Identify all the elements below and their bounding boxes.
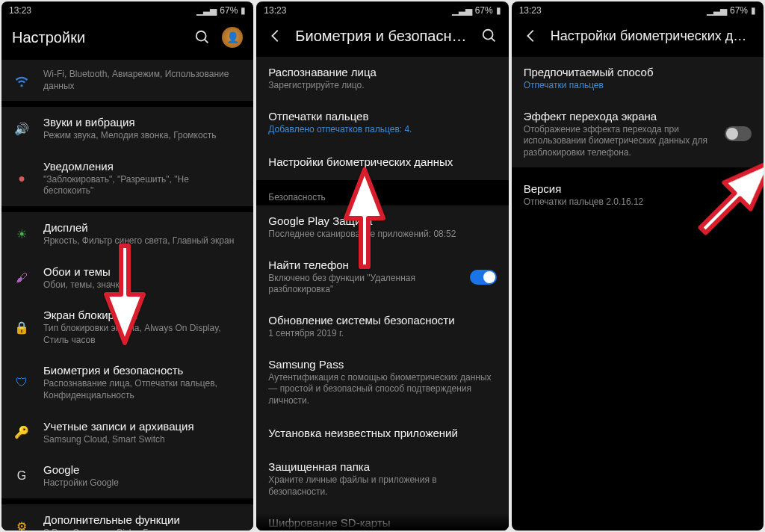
sound-icon: 🔊	[13, 122, 30, 136]
item-security-update[interactable]: Обновление системы безопасности 1 сентяб…	[256, 305, 508, 349]
settings-list[interactable]: Wi-Fi, Bluetooth, Авиарежим, Использован…	[1, 60, 253, 531]
svg-point-2	[483, 30, 492, 40]
clock: 13:23	[9, 5, 31, 16]
back-icon[interactable]	[267, 27, 285, 45]
item-sound[interactable]: 🔊 Звуки и вибрация Режим звука, Мелодия …	[1, 107, 253, 151]
key-icon: 🔑	[13, 425, 30, 439]
status-bar: 13:23 ▁▃▅ 67% ▮	[512, 1, 764, 19]
search-icon[interactable]	[480, 27, 498, 45]
clock: 13:23	[264, 5, 286, 16]
item-accounts[interactable]: 🔑 Учетные записи и архивация Samsung Clo…	[1, 411, 253, 455]
settings-list[interactable]: Предпочитаемый способ Отпечатки пальцев …	[512, 57, 764, 531]
section-header-security: Безопасность	[256, 186, 508, 205]
clock: 13:23	[519, 5, 542, 16]
settings-list[interactable]: Распознавание лица Зарегистрируйте лицо.…	[256, 57, 508, 531]
biometrics-security-screen: 13:23 ▁▃▅ 67% ▮ Биометрия и безопасность…	[256, 1, 508, 531]
gear-icon: ⚙	[13, 519, 30, 531]
signal-icon: ▁▃▅	[707, 5, 727, 16]
item-themes[interactable]: 🖌 Обои и темы Обои, темы, значки	[1, 256, 253, 300]
notification-icon: ●	[13, 172, 30, 185]
svg-line-3	[491, 38, 495, 42]
item-biometrics[interactable]: 🛡 Биометрия и безопасность Распознавание…	[1, 355, 253, 410]
page-title: Биометрия и безопасность	[295, 28, 469, 45]
item-secure-folder[interactable]: Защищенная папка Храните личные файлы и …	[256, 451, 508, 507]
battery-icon: ▮	[496, 5, 501, 16]
biometric-data-settings-screen: 13:23 ▁▃▅ 67% ▮ Настройки биометрических…	[512, 1, 764, 531]
wifi-icon	[13, 73, 30, 88]
item-version: Версия Отпечатки пальцев 2.0.16.12	[512, 173, 764, 216]
signal-icon: ▁▃▅	[196, 5, 217, 16]
item-find-phone[interactable]: Найти телефон Включено без функции "Удал…	[256, 250, 508, 305]
status-icons: ▁▃▅ 67% ▮	[452, 5, 501, 16]
search-icon[interactable]	[193, 28, 211, 46]
item-notifications[interactable]: ● Уведомления "Заблокировать", "Разрешит…	[1, 151, 253, 206]
item-connections[interactable]: Wi-Fi, Bluetooth, Авиарежим, Использован…	[1, 60, 253, 101]
item-sub: Wi-Fi, Bluetooth, Авиарежим, Использован…	[43, 69, 241, 92]
avatar[interactable]: 👤	[222, 27, 243, 48]
status-icons: ▁▃▅ 67% ▮	[707, 5, 756, 16]
page-title: Настройки биометрических данных	[551, 28, 753, 44]
item-face[interactable]: Распознавание лица Зарегистрируйте лицо.	[256, 57, 508, 101]
find-phone-toggle[interactable]	[470, 270, 497, 285]
brightness-icon: ☀	[13, 227, 30, 241]
header: Биометрия и безопасность	[256, 19, 508, 57]
google-icon: G	[13, 469, 30, 483]
item-display[interactable]: ☀ Дисплей Яркость, Фильтр синего света, …	[1, 212, 253, 256]
item-transition-effect[interactable]: Эффект перехода экрана Отображение эффек…	[512, 101, 764, 168]
svg-line-1	[205, 40, 208, 43]
item-preferred-method[interactable]: Предпочитаемый способ Отпечатки пальцев	[512, 57, 764, 101]
back-icon[interactable]	[522, 27, 540, 45]
status-icons: ▁▃▅ 67% ▮	[196, 5, 246, 16]
themes-icon: 🖌	[13, 271, 30, 285]
item-google[interactable]: G Google Настройки Google	[1, 454, 253, 498]
item-fingerprint[interactable]: Отпечатки пальцев Добавлено отпечатков п…	[256, 101, 508, 145]
page-title: Настройки	[12, 29, 183, 46]
header: Настройки биометрических данных	[512, 19, 764, 57]
lock-icon: 🔒	[13, 321, 30, 335]
item-samsung-pass[interactable]: Samsung Pass Аутентификация с помощью би…	[256, 349, 508, 416]
battery-icon: ▮	[751, 5, 756, 16]
status-bar: 13:23 ▁▃▅ 67% ▮	[256, 1, 508, 19]
shield-icon: 🛡	[13, 376, 30, 389]
status-bar: 13:23 ▁▃▅ 67% ▮	[1, 1, 253, 19]
item-biometric-settings[interactable]: Настройки биометрических данных	[256, 144, 508, 180]
header: Настройки 👤	[1, 19, 253, 60]
battery-icon: ▮	[241, 5, 246, 16]
signal-icon: ▁▃▅	[452, 5, 472, 16]
transition-effect-toggle[interactable]	[725, 126, 752, 141]
item-advanced[interactable]: ⚙ Дополнительные функции S Pen, Сценарии…	[1, 504, 253, 531]
svg-point-0	[196, 31, 206, 41]
item-lockscreen[interactable]: 🔒 Экран блокировки Тип блокировки экрана…	[1, 300, 253, 355]
fade-overlay	[256, 513, 508, 531]
settings-root-screen: 13:23 ▁▃▅ 67% ▮ Настройки 👤 Wi-Fi, Bluet…	[1, 1, 253, 531]
item-play-protect[interactable]: Google Play Защита Последнее сканировани…	[256, 205, 508, 250]
item-unknown-apps[interactable]: Установка неизвестных приложений	[256, 415, 508, 451]
